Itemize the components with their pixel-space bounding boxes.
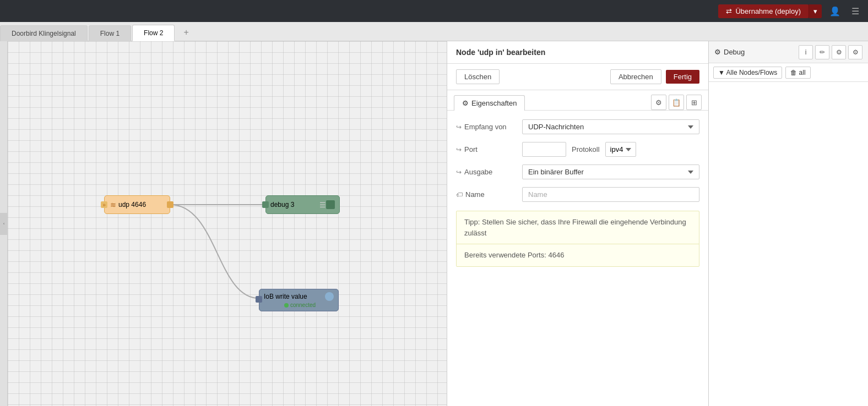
edit-panel-buttons: Löschen Abbrechen Fertig [447,64,708,90]
debug-info-btn[interactable]: i [799,45,813,59]
topbar: ⇄ Übernahme (deploy) ▾ 👤 ☰ [0,0,868,22]
iob-label: IoB write value [264,293,323,300]
port-right-iob [325,292,334,301]
protokoll-select[interactable]: ipv4 ipv6 [605,142,636,157]
form-row-empfang: ↪ Empfang von UDP-Nachrichten Multicast-… [456,119,699,134]
tabs-bar: Doorbird Klingelsignal Flow 1 Flow 2 + [0,22,868,41]
port-label: ↪ Port [456,145,517,153]
deploy-button[interactable]: ⇄ Übernahme (deploy) [718,4,809,18]
debug-settings-btn[interactable]: ⚙ [832,45,846,59]
filter-button[interactable]: ▼ Alle Nodes/Flows [713,67,782,79]
edit-panel-tabs: ⚙ Eigenschaften ⚙ 📋 ⊞ [447,90,708,111]
debug-content [709,82,868,406]
debug-gear2-btn[interactable]: ⚙ [848,45,862,59]
protokoll-label: Protokoll [572,145,600,153]
properties-form: ↪ Empfang von UDP-Nachrichten Multicast-… [447,111,708,211]
form-row-name: 🏷 Name [456,187,699,202]
edit-panel: Node 'udp in' bearbeiten Löschen Abbrech… [447,41,708,406]
empfang-icon: ↪ [456,123,462,131]
info-ports-row: Bereits verwendete Ports: 4646 [457,244,699,266]
user-icon[interactable]: 👤 [826,4,844,19]
left-sidebar-strip: ‹ [0,41,8,406]
port-right-udp [167,201,173,208]
connected-dot [284,303,289,308]
tab-flow2[interactable]: Flow 2 [132,25,175,41]
tab-add-button[interactable]: + [176,24,196,41]
edit-tab-icons: ⚙ 📋 ⊞ [651,95,702,110]
deploy-label: Übernahme (deploy) [735,7,801,15]
fertig-button[interactable]: Fertig [666,70,699,84]
deploy-icon: ⇄ [726,7,732,15]
debug-edit-btn[interactable]: ✏ [815,45,829,59]
deploy-btn-group: ⇄ Übernahme (deploy) ▾ [718,4,822,18]
gear-icon: ⚙ [462,99,469,107]
edit-panel-header: Node 'udp in' bearbeiten [447,41,708,64]
udp-node-label: udp 4646 [118,201,164,209]
copy-icon-btn[interactable]: 📋 [669,95,684,110]
port-left-debug3 [262,201,269,208]
iob-connected-badge: connected [282,302,316,308]
port-icon: ↪ [456,146,462,153]
debug-filter-bar: ▼ Alle Nodes/Flows 🗑 all [709,63,868,82]
name-input[interactable] [522,187,699,202]
debug-title: ⚙ Debug [714,48,795,56]
empfang-select[interactable]: UDP-Nachrichten Multicast-Nachricht [522,119,699,134]
iob-inner: IoB write value [264,292,334,301]
main-area: ‹ » ≋ udp 4646 debug 3 ☰ [0,41,868,406]
port-input[interactable]: 4646 [522,142,566,157]
debug-gear-icon: ⚙ [714,48,721,56]
ausgabe-select[interactable]: Ein binärer Buffer Eine UTF8-Zeichenkett… [522,164,699,179]
settings-icon-btn[interactable]: ⚙ [651,95,666,110]
debug-toolbar: i ✏ ⚙ ⚙ [799,45,862,59]
debug-sidebar: ⚙ Debug i ✏ ⚙ ⚙ ▼ Alle Nodes/Flows 🗑 all [708,41,868,406]
node-udp[interactable]: » ≋ udp 4646 [104,195,170,214]
deploy-arrow-button[interactable]: ▾ [809,4,822,18]
tab-eigenschaften[interactable]: ⚙ Eigenschaften [454,95,525,111]
left-strip-button[interactable]: ‹ [0,213,8,235]
port-right-debug3 [326,200,335,209]
tag-icon: 🏷 [456,191,463,199]
tab-flow1[interactable]: Flow 1 [89,25,131,41]
menu-icon[interactable]: ☰ [848,4,862,19]
canvas[interactable]: » ≋ udp 4646 debug 3 ☰ IoB write value c… [8,41,447,406]
ausgabe-label: ↪ Ausgabe [456,168,517,176]
port-left-udp: » [101,201,107,208]
abbrechen-button[interactable]: Abbrechen [610,69,661,84]
udp-wave-icon: ≋ [110,201,116,209]
form-row-ausgabe: ↪ Ausgabe Ein binärer Buffer Eine UTF8-Z… [456,164,699,179]
debug-list-icon: ☰ [319,201,326,209]
info-box: Tipp: Stellen Sie sicher, dass Ihre Fire… [456,211,699,267]
connections-svg [8,41,447,406]
edit-panel-title: Node 'udp in' bearbeiten [456,48,545,57]
info-tip-row: Tipp: Stellen Sie sicher, dass Ihre Fire… [457,211,699,244]
tab-doorbird[interactable]: Doorbird Klingelsignal [0,25,88,41]
form-row-port: ↪ Port 4646 Protokoll ipv4 ipv6 [456,142,699,157]
empfang-label: ↪ Empfang von [456,123,517,131]
info-icon-btn[interactable]: ⊞ [686,95,702,110]
debug3-label: debug 3 [270,201,319,209]
node-debug3[interactable]: debug 3 ☰ [265,195,340,214]
port-left-iob [256,296,262,303]
debug-header: ⚙ Debug i ✏ ⚙ ⚙ [709,41,868,63]
ausgabe-icon: ↪ [456,168,462,176]
name-label: 🏷 Name [456,190,517,199]
loeschen-button[interactable]: Löschen [456,69,500,84]
node-iob[interactable]: IoB write value connected [259,289,339,311]
clear-button[interactable]: 🗑 all [785,67,810,79]
